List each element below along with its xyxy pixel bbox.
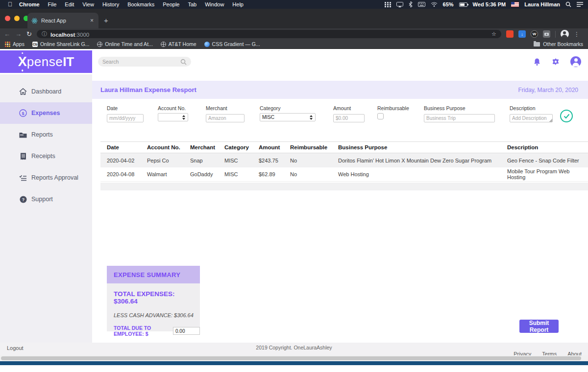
sidebar-item-support[interactable]: ? Support xyxy=(0,188,92,210)
reload-icon[interactable]: ↻ xyxy=(26,31,32,37)
cell-category: MISC xyxy=(224,158,259,163)
account-select[interactable] xyxy=(158,113,188,121)
bookmark-att-home[interactable]: AT&T Home xyxy=(161,41,196,47)
sidebar-label: Dashboard xyxy=(31,88,61,95)
bookmark-sharelink[interactable]: Cb Online ShareLink G... xyxy=(32,41,89,47)
form-field-account: Account No. xyxy=(158,105,188,121)
battery-percent: 65% xyxy=(443,1,454,7)
chrome-toolbar: ← → ↻ ⓘ localhost:3000 ☆ ↓ W ⋮ xyxy=(0,28,588,40)
header-search[interactable] xyxy=(98,57,191,67)
total-expenses: TOTAL EXPENSES: $306.64 xyxy=(114,290,200,305)
category-select[interactable]: MISC xyxy=(260,113,316,121)
menu-view[interactable]: View xyxy=(82,1,94,7)
menu-bookmarks[interactable]: Bookmarks xyxy=(127,1,154,7)
apple-menu-icon[interactable]:  xyxy=(8,1,12,8)
bookmark-label: Apps xyxy=(13,41,24,47)
address-bar[interactable]: ⓘ localhost:3000 ☆ xyxy=(37,30,501,38)
horizontal-scrollbar[interactable] xyxy=(0,355,588,361)
menu-help[interactable]: Help xyxy=(232,1,244,7)
search-input[interactable] xyxy=(102,59,180,65)
grid-status-icon[interactable] xyxy=(385,2,391,7)
bookmark-apps[interactable]: Apps xyxy=(5,41,24,47)
menubar-clock[interactable]: Wed 5:36 PM xyxy=(473,1,506,7)
amount-input[interactable] xyxy=(333,114,365,122)
airplay-icon[interactable] xyxy=(396,2,403,7)
bell-icon[interactable] xyxy=(533,58,541,66)
date-input[interactable] xyxy=(107,114,144,122)
spotlight-search-icon[interactable] xyxy=(565,1,571,7)
bluetooth-icon[interactable] xyxy=(409,1,413,7)
bookmark-online-time[interactable]: Online Time and At... xyxy=(97,41,152,47)
cell-description: Geo Fence - Snap Code Filter xyxy=(507,158,588,163)
report-title-band: Laura Hillman Expense Resport Friday, Ma… xyxy=(92,81,588,99)
bookmark-star-icon[interactable]: ☆ xyxy=(491,31,496,37)
other-bookmarks[interactable]: Other Bookmarks xyxy=(534,41,583,47)
table-row[interactable]: 2020-04-08 Walmart GoDaddy MISC $62.89 N… xyxy=(100,167,588,182)
new-tab-button[interactable]: + xyxy=(104,17,108,24)
resize-handle-icon[interactable] xyxy=(549,118,552,122)
browser-tab[interactable]: React App × xyxy=(27,13,98,28)
summary-body: TOTAL EXPENSES: $306.64 LESS CASH ADVANC… xyxy=(107,283,200,331)
input-language-flag-icon[interactable] xyxy=(511,2,519,7)
search-icon xyxy=(180,59,187,65)
menubar-user[interactable]: Laura Hillman xyxy=(524,1,560,7)
sidebar-item-reports[interactable]: Reports xyxy=(0,124,92,145)
submit-report-button[interactable]: Submit Report xyxy=(519,320,559,333)
chrome-menu-icon[interactable]: ⋮ xyxy=(574,31,580,38)
tab-close-icon[interactable]: × xyxy=(89,17,95,24)
sidebar-label: Receipts xyxy=(31,153,55,160)
menu-chrome[interactable]: Chrome xyxy=(19,1,40,7)
merchant-input[interactable] xyxy=(206,114,245,122)
main-content: Laura Hillman Expense Resport Friday, Ma… xyxy=(92,74,588,343)
gear-icon[interactable] xyxy=(552,58,560,66)
back-icon[interactable]: ← xyxy=(4,31,10,37)
cb-favicon: Cb xyxy=(32,42,38,47)
logo-mid: pense xyxy=(27,54,63,70)
sidebar-item-reports-approval[interactable]: Reports Approval xyxy=(0,167,92,188)
menu-file[interactable]: File xyxy=(48,1,57,7)
sidebar-item-dashboard[interactable]: Dashboard xyxy=(0,81,92,102)
form-field-amount: Amount xyxy=(333,105,365,122)
bookmark-css-gradient[interactable]: CSS Gradient — G... xyxy=(204,41,260,47)
menu-tab[interactable]: Tab xyxy=(188,1,196,7)
chrome-profile-icon[interactable] xyxy=(561,30,569,38)
app-logo[interactable]: XpenseIT xyxy=(0,50,92,73)
report-title: Laura Hillman Expense Resport xyxy=(100,86,196,93)
tab-title: React App xyxy=(41,18,89,23)
menu-edit[interactable]: Edit xyxy=(65,1,74,7)
sidebar-label: Expenses xyxy=(31,110,60,116)
extension-camera-icon[interactable] xyxy=(543,30,550,38)
sidebar: Dashboard $ Expenses Reports Receipts xyxy=(0,74,92,343)
extension-download-icon[interactable]: ↓ xyxy=(518,30,526,38)
expense-summary: EXPENSE SUMMARY TOTAL EXPENSES: $306.64 … xyxy=(107,266,200,331)
notification-center-icon[interactable] xyxy=(577,2,583,7)
forward-icon[interactable]: → xyxy=(15,31,22,37)
wifi-icon[interactable] xyxy=(431,2,438,7)
sidebar-item-expenses[interactable]: $ Expenses xyxy=(0,102,92,124)
cell-category: MISC xyxy=(224,171,259,177)
checklist-icon xyxy=(19,175,27,181)
description-input[interactable] xyxy=(510,114,553,122)
sidebar-item-receipts[interactable]: Receipts xyxy=(0,145,92,167)
menu-people[interactable]: People xyxy=(163,1,179,7)
extension-w-icon[interactable]: W xyxy=(531,30,538,38)
purpose-input[interactable] xyxy=(424,114,495,122)
close-window-button[interactable] xyxy=(5,16,10,21)
scrollbar-thumb[interactable] xyxy=(1,356,581,360)
reimbursable-checkbox[interactable] xyxy=(377,113,384,119)
add-expense-button[interactable] xyxy=(560,110,573,122)
table-row[interactable]: 2020-04-02 Pepsi Co Snap MISC $243.75 No… xyxy=(100,153,588,167)
user-avatar-icon[interactable] xyxy=(570,56,581,67)
extension-red-icon[interactable] xyxy=(506,30,514,38)
menu-history[interactable]: History xyxy=(102,1,119,7)
menu-window[interactable]: Window xyxy=(205,1,224,7)
minimize-window-button[interactable] xyxy=(14,16,20,21)
chrome-tab-bar: React App × + xyxy=(0,9,588,28)
web-page: XpenseIT xyxy=(0,49,588,343)
keyboard-icon[interactable] xyxy=(418,2,425,7)
form-field-purpose: Business Purpose xyxy=(424,105,495,122)
total-due-input[interactable] xyxy=(173,327,200,335)
bookmarks-bar: Apps Cb Online ShareLink G... Online Tim… xyxy=(0,40,588,49)
site-info-icon[interactable]: ⓘ xyxy=(42,30,47,38)
less-cash-advance: LESS CASH ADVANCE: $306.64 xyxy=(114,312,200,318)
